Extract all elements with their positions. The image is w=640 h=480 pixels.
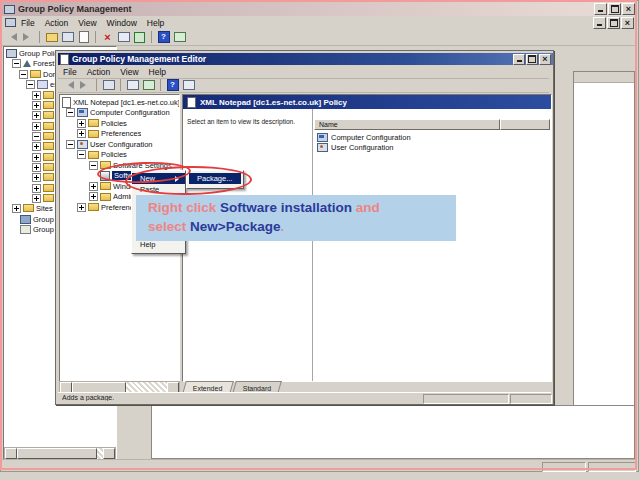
filter-icon[interactable] [182,79,195,91]
forward-icon[interactable] [21,31,34,43]
expand-icon[interactable] [32,122,41,131]
tree-item-policies[interactable]: Policies [77,118,127,128]
console-tree-icon[interactable] [102,79,115,91]
tree-item-software-settings[interactable]: Software Settings [89,160,172,170]
clipboard-icon[interactable] [77,31,90,43]
tree-item[interactable] [32,152,56,162]
tree-item[interactable] [32,131,56,141]
tree-item[interactable] [32,110,56,120]
expand-icon[interactable] [12,204,21,213]
export-list-icon[interactable] [142,79,155,91]
expand-icon[interactable] [32,163,41,172]
help-icon[interactable]: ? [157,31,170,43]
collapse-icon[interactable] [66,140,75,149]
properties-icon[interactable] [117,31,130,43]
tree-item-preferences[interactable]: Preferences [77,129,141,139]
user-icon [77,140,88,149]
collapse-icon[interactable] [77,150,86,159]
context-menu-item-paste[interactable]: Paste [132,184,185,195]
expand-icon[interactable] [77,119,86,128]
expand-icon[interactable] [77,129,86,138]
list-item-user-configuration[interactable]: User Configuration [317,143,394,152]
folder-icon [43,132,54,140]
tree-item[interactable] [32,90,56,100]
menu-help[interactable]: Help [142,17,169,29]
back-icon[interactable] [5,31,18,43]
folder-icon [100,161,111,169]
editor-titlebar[interactable]: Group Policy Management Editor × [58,53,553,65]
tree-item[interactable] [32,172,56,182]
menu-file[interactable]: File [16,17,40,29]
column-header-name[interactable]: Name [314,119,500,130]
expand-icon[interactable] [32,173,41,182]
context-menu-item-new[interactable]: New [132,173,185,184]
status-cell [423,394,509,404]
tree-item[interactable] [32,100,56,110]
close-button[interactable]: × [622,3,635,15]
tree-item[interactable] [32,141,56,151]
tree-item-computer-configuration[interactable]: Computer Configuration [66,108,170,118]
submenu-item-package[interactable]: Package... [189,173,241,184]
menu-action[interactable]: Action [40,17,74,29]
up-level-icon[interactable] [45,31,58,43]
tree-item-sites[interactable]: Sites [12,203,53,213]
tree-item[interactable] [32,121,56,131]
menu-view[interactable]: View [73,17,101,29]
restore-button[interactable] [608,3,621,15]
new-window-icon[interactable] [173,31,186,43]
expand-icon[interactable] [32,101,41,110]
tree-item-user-configuration[interactable]: User Configuration [66,139,153,149]
folder-icon [43,91,54,99]
collapse-icon[interactable] [19,70,28,79]
expand-icon[interactable] [89,192,98,201]
expand-icon[interactable] [32,184,41,193]
minimize-button[interactable] [594,3,607,15]
child-minimize-button[interactable] [593,17,606,29]
expand-icon[interactable] [32,153,41,162]
properties-icon[interactable] [126,79,139,91]
editor-menu-help[interactable]: Help [144,66,171,78]
collapse-icon[interactable] [12,59,21,68]
refresh-icon[interactable] [133,31,146,43]
scroll-right-icon[interactable] [103,448,115,459]
list-item-computer-configuration[interactable]: Computer Configuration [317,133,411,142]
folder-icon [23,204,34,212]
expand-icon[interactable] [32,142,41,151]
help-icon[interactable]: ? [166,79,179,91]
editor-minimize-button[interactable] [513,54,525,65]
back-icon[interactable] [62,79,75,91]
column-header-blank[interactable] [500,119,550,130]
collapse-icon[interactable] [32,132,41,141]
child-close-button[interactable]: × [621,17,634,29]
main-window-titlebar[interactable]: Group Policy Management × [2,2,637,16]
editor-menu-view[interactable]: View [115,66,143,78]
editor-close-button[interactable]: × [539,54,551,65]
scroll-left-icon[interactable] [5,448,17,459]
editor-menu-action[interactable]: Action [82,66,116,78]
main-window-title: Group Policy Management [18,4,593,14]
expand-icon[interactable] [32,111,41,120]
folder-icon [43,111,54,119]
expand-icon[interactable] [32,194,41,203]
tree-item-policies[interactable]: Policies [77,150,127,160]
collapse-icon[interactable] [66,108,75,117]
child-restore-button[interactable] [607,17,620,29]
expand-icon[interactable] [32,91,41,100]
tree-item[interactable] [32,162,56,172]
delete-icon[interactable]: × [101,31,114,43]
editor-menu-file[interactable]: File [58,66,82,78]
expand-icon[interactable] [89,182,98,191]
package-icon [100,171,110,181]
editor-restore-button[interactable] [526,54,538,65]
menu-window[interactable]: Window [102,17,142,29]
editor-title: Group Policy Management Editor [72,54,512,64]
collapse-icon[interactable] [89,161,98,170]
tree-item[interactable] [32,183,56,193]
scrollbar-thumb[interactable] [17,448,97,459]
tree-item[interactable] [32,193,56,203]
console-tree-icon[interactable] [61,31,74,43]
tree-item-policy-root[interactable]: XML Notepad [dc1.es-net.co.uk] P [62,97,180,107]
expand-icon[interactable] [77,203,86,212]
forward-icon[interactable] [78,79,91,91]
collapse-icon[interactable] [26,80,35,89]
